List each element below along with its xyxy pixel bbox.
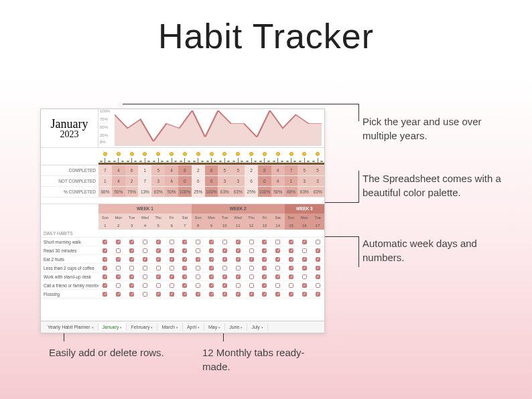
habit-checkbox[interactable] (165, 246, 178, 254)
habit-checkbox[interactable] (178, 238, 192, 246)
habit-checkbox[interactable] (125, 246, 139, 254)
habit-checkbox[interactable] (297, 272, 311, 281)
habit-checkbox[interactable] (192, 281, 205, 289)
habit-checkbox[interactable] (138, 255, 151, 263)
habit-checkbox[interactable] (271, 272, 285, 281)
habit-checkbox[interactable] (138, 238, 151, 246)
habit-checkbox[interactable] (231, 246, 245, 254)
habit-checkbox[interactable] (98, 264, 112, 272)
habit-checkbox[interactable] (311, 281, 324, 289)
habit-checkbox[interactable] (297, 255, 311, 263)
habit-checkbox[interactable] (205, 290, 218, 298)
habit-checkbox[interactable] (125, 281, 139, 289)
habit-checkbox[interactable] (151, 255, 165, 263)
habit-checkbox[interactable] (192, 238, 205, 246)
habit-checkbox[interactable] (311, 272, 324, 281)
habit-checkbox[interactable] (192, 264, 205, 272)
sheet-tab[interactable]: April ▾ (183, 323, 204, 331)
habit-checkbox[interactable] (112, 281, 125, 289)
habit-checkbox[interactable] (245, 272, 258, 281)
habit-checkbox[interactable] (285, 272, 298, 281)
habit-checkbox[interactable] (245, 264, 258, 272)
sheet-tab[interactable]: February ▾ (127, 323, 157, 331)
habit-checkbox[interactable] (271, 238, 285, 246)
habit-checkbox[interactable] (231, 238, 245, 246)
habit-checkbox[interactable] (285, 290, 298, 298)
habit-checkbox[interactable] (151, 290, 165, 298)
habit-checkbox[interactable] (112, 255, 125, 263)
sheet-tab[interactable]: March ▾ (157, 323, 182, 331)
habit-checkbox[interactable] (218, 246, 231, 254)
habit-checkbox[interactable] (125, 272, 139, 281)
habit-checkbox[interactable] (231, 264, 245, 272)
habit-checkbox[interactable] (311, 255, 324, 263)
habit-checkbox[interactable] (178, 281, 192, 289)
habit-checkbox[interactable] (151, 264, 165, 272)
habit-checkbox[interactable] (192, 255, 205, 263)
habit-checkbox[interactable] (218, 238, 231, 246)
habit-checkbox[interactable] (205, 255, 218, 263)
habit-checkbox[interactable] (178, 246, 192, 254)
habit-checkbox[interactable] (138, 290, 151, 298)
habit-checkbox[interactable] (165, 281, 178, 289)
habit-checkbox[interactable] (138, 264, 151, 272)
habit-checkbox[interactable] (112, 238, 125, 246)
habit-checkbox[interactable] (218, 255, 231, 263)
habit-checkbox[interactable] (285, 238, 298, 246)
habit-checkbox[interactable] (297, 281, 311, 289)
habit-checkbox[interactable] (165, 255, 178, 263)
habit-checkbox[interactable] (258, 281, 271, 289)
habit-checkbox[interactable] (151, 272, 165, 281)
habit-checkbox[interactable] (205, 264, 218, 272)
habit-checkbox[interactable] (165, 290, 178, 298)
habit-checkbox[interactable] (138, 281, 151, 289)
habit-checkbox[interactable] (285, 255, 298, 263)
sheet-tab[interactable]: June ▾ (225, 323, 247, 331)
habit-checkbox[interactable] (205, 281, 218, 289)
habit-checkbox[interactable] (311, 290, 324, 298)
habit-checkbox[interactable] (112, 272, 125, 281)
habit-checkbox[interactable] (218, 272, 231, 281)
habit-checkbox[interactable] (245, 255, 258, 263)
habit-checkbox[interactable] (192, 246, 205, 254)
habit-checkbox[interactable] (125, 290, 139, 298)
year-value[interactable]: 2023 (60, 130, 79, 139)
habit-checkbox[interactable] (271, 290, 285, 298)
habit-checkbox[interactable] (218, 290, 231, 298)
habit-checkbox[interactable] (178, 290, 192, 298)
habit-checkbox[interactable] (125, 238, 139, 246)
habit-checkbox[interactable] (231, 255, 245, 263)
habit-checkbox[interactable] (311, 264, 324, 272)
habit-checkbox[interactable] (112, 264, 125, 272)
habit-checkbox[interactable] (165, 272, 178, 281)
habit-checkbox[interactable] (297, 246, 311, 254)
habit-checkbox[interactable] (178, 272, 192, 281)
habit-checkbox[interactable] (271, 281, 285, 289)
habit-checkbox[interactable] (285, 264, 298, 272)
habit-checkbox[interactable] (151, 246, 165, 254)
habit-checkbox[interactable] (231, 290, 245, 298)
habit-checkbox[interactable] (138, 272, 151, 281)
habit-checkbox[interactable] (98, 290, 112, 298)
habit-checkbox[interactable] (258, 246, 271, 254)
habit-checkbox[interactable] (112, 246, 125, 254)
habit-checkbox[interactable] (178, 264, 192, 272)
habit-checkbox[interactable] (165, 264, 178, 272)
habit-checkbox[interactable] (258, 238, 271, 246)
habit-checkbox[interactable] (245, 238, 258, 246)
habit-checkbox[interactable] (245, 281, 258, 289)
habit-checkbox[interactable] (98, 246, 112, 254)
habit-checkbox[interactable] (245, 246, 258, 254)
habit-checkbox[interactable] (258, 255, 271, 263)
habit-checkbox[interactable] (271, 255, 285, 263)
habit-checkbox[interactable] (205, 238, 218, 246)
habit-checkbox[interactable] (112, 290, 125, 298)
habit-checkbox[interactable] (297, 264, 311, 272)
habit-checkbox[interactable] (218, 264, 231, 272)
habit-checkbox[interactable] (98, 238, 112, 246)
sheet-tab[interactable]: January ▾ (98, 323, 127, 331)
habit-checkbox[interactable] (192, 290, 205, 298)
habit-checkbox[interactable] (285, 246, 298, 254)
habit-checkbox[interactable] (138, 246, 151, 254)
sheet-tab[interactable]: Yearly Habit Planner ▾ (44, 323, 98, 331)
